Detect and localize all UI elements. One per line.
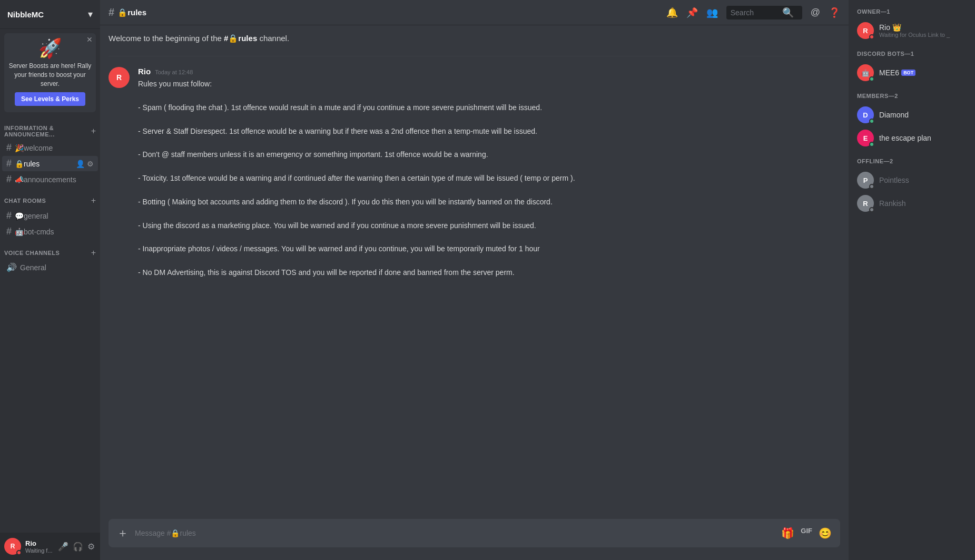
channel-welcome-label: 🎉welcome	[15, 144, 94, 152]
message-header-rio: Rio Today at 12:48	[138, 67, 840, 76]
channel-sidebar: NibbleMC ▾ ✕ 🚀 Server Boosts are here! R…	[0, 0, 100, 560]
rule-1: - Spam ( flooding the chat ). 1st offenc…	[138, 102, 840, 113]
channel-welcome-text: Welcome to the beginning of the #🔒rules …	[109, 34, 840, 43]
emoji-icon[interactable]: 😊	[819, 527, 832, 539]
main-content: # 🔒rules 🔔 📌 👥 🔍 @ ❓ Welcome to the begi…	[100, 0, 849, 560]
help-icon[interactable]: ❓	[829, 7, 840, 18]
chevron-down-icon: ▾	[88, 8, 93, 20]
server-name: NibbleMC	[7, 10, 44, 19]
message-input-box: ＋ 🎁 GIF 😊	[109, 519, 840, 547]
rule-3: - Don't @ staff members unless it is an …	[138, 149, 840, 160]
member-name-pointless: Pointless	[879, 176, 909, 184]
boost-banner-text: Server Boosts are here! Rally your frien…	[8, 62, 92, 88]
member-name-rio: Rio	[879, 23, 890, 32]
member-info-rankish: Rankish	[879, 199, 967, 208]
rule-7: - Inappropriate photos / videos / messag…	[138, 243, 840, 254]
search-box[interactable]: 🔍	[726, 6, 802, 19]
member-sidebar: OWNER—1 R Rio 👑 Waiting for Oculus Link …	[849, 0, 975, 560]
topbar-channel-name: # 🔒rules	[109, 6, 146, 18]
server-header[interactable]: NibbleMC ▾	[0, 0, 100, 29]
bot-badge: BOT	[901, 70, 915, 76]
category-chat-rooms[interactable]: CHAT ROOMS +	[0, 188, 100, 208]
channel-bot-cmds-label: 🤖bot-cmds	[15, 228, 94, 236]
hash-icon: #	[6, 174, 12, 185]
channel-announcements-label: 📣announcements	[15, 175, 94, 184]
member-status-rio	[869, 34, 874, 40]
members-icon[interactable]: 👥	[706, 7, 718, 18]
user-info: Rio Waiting f...	[25, 539, 53, 554]
member-status-text-rio: Waiting for Oculus Link to _	[879, 32, 963, 38]
channel-general-label: 💬general	[15, 212, 94, 220]
microphone-icon[interactable]: 🎤	[57, 541, 70, 553]
hash-icon: #	[6, 226, 12, 237]
username-label: Rio	[25, 539, 53, 547]
member-info-mee6: MEE6 BOT	[879, 68, 967, 77]
message-content-rio: Rio Today at 12:48 Rules you must follow…	[138, 67, 840, 279]
messages-area: Welcome to the beginning of the #🔒rules …	[100, 25, 849, 519]
member-avatar-escape-plan: E	[857, 130, 874, 146]
member-section-bots: DISCORD BOTS—1	[853, 42, 971, 59]
member-rio[interactable]: R Rio 👑 Waiting for Oculus Link to _	[853, 19, 971, 42]
category-voice-label: VOICE CHANNELS	[4, 250, 60, 256]
channel-welcome-header: Welcome to the beginning of the #🔒rules …	[109, 25, 840, 56]
member-status-escape-plan	[869, 142, 874, 147]
pin-icon[interactable]: 📌	[686, 7, 698, 18]
member-status-rankish	[869, 207, 874, 212]
add-file-icon[interactable]: ＋	[117, 519, 129, 547]
voice-channel-label: General	[20, 263, 46, 272]
speaker-icon: 🔊	[6, 262, 17, 272]
member-diamond[interactable]: D Diamond	[853, 103, 971, 126]
member-status-mee6	[869, 76, 874, 82]
message-author-rio: Rio	[138, 67, 151, 76]
voice-channel-general[interactable]: 🔊 General	[2, 260, 98, 274]
headphones-icon[interactable]: 🎧	[72, 541, 84, 553]
member-name-diamond: Diamond	[879, 111, 909, 119]
channel-action-icons: 👤 ⚙	[76, 160, 94, 168]
category-chat-rooms-label: CHAT ROOMS	[4, 198, 46, 204]
channel-bot-cmds[interactable]: # 🤖bot-cmds	[2, 224, 98, 239]
boost-icon: 🚀	[8, 37, 92, 60]
user-status-dot	[16, 550, 22, 555]
rule-2: - Server & Staff Disrespect. 1st offence…	[138, 125, 840, 137]
member-info-pointless: Pointless	[879, 176, 967, 184]
gif-icon[interactable]: GIF	[801, 527, 812, 539]
settings-icon[interactable]: ⚙	[87, 160, 94, 168]
member-name-rankish: Rankish	[879, 199, 906, 208]
gift-icon[interactable]: 🎁	[781, 527, 794, 539]
message-input-area: ＋ 🎁 GIF 😊	[100, 519, 849, 560]
member-mee6[interactable]: 🤖 MEE6 BOT	[853, 61, 971, 84]
add-channel-chat-icon[interactable]: +	[91, 196, 96, 205]
member-section-offline: OFFLINE—2	[853, 150, 971, 166]
hash-icon: #	[6, 210, 12, 221]
member-escape-plan[interactable]: E the escape plan	[853, 126, 971, 150]
message-input[interactable]	[135, 523, 775, 544]
channel-welcome[interactable]: # 🎉welcome	[2, 140, 98, 155]
member-section-online: MEMBERS—2	[853, 84, 971, 101]
add-channel-icon[interactable]: +	[91, 126, 96, 136]
channel-general[interactable]: # 💬general	[2, 208, 98, 223]
settings-icon[interactable]: ⚙	[86, 541, 96, 553]
search-input[interactable]	[731, 8, 778, 17]
topbar-icons: 🔔 📌 👥 🔍 @ ❓	[666, 6, 840, 19]
category-information-label: INFORMATION & ANNOUNCEME...	[4, 125, 91, 137]
member-rankish[interactable]: R Rankish	[853, 192, 971, 215]
search-icon: 🔍	[782, 7, 794, 18]
at-icon[interactable]: @	[811, 7, 820, 18]
message-timestamp-rio: Today at 12:48	[155, 69, 193, 75]
close-icon[interactable]: ✕	[86, 35, 93, 44]
member-info-diamond: Diamond	[879, 111, 967, 119]
member-info-rio: Rio 👑 Waiting for Oculus Link to _	[879, 23, 967, 38]
notification-bell-icon[interactable]: 🔔	[666, 7, 678, 18]
message-avatar-rio: R	[109, 67, 130, 88]
channel-rules[interactable]: # 🔒rules 👤 ⚙	[2, 156, 98, 171]
member-avatar-diamond: D	[857, 106, 874, 123]
see-levels-perks-button[interactable]: See Levels & Perks	[15, 92, 85, 106]
channel-announcements[interactable]: # 📣announcements	[2, 172, 98, 187]
member-pointless[interactable]: P Pointless	[853, 169, 971, 192]
category-information[interactable]: INFORMATION & ANNOUNCEME... +	[0, 116, 100, 140]
add-member-icon[interactable]: 👤	[76, 160, 85, 168]
rule-4: - Toxicity. 1st offence would be a warni…	[138, 172, 840, 184]
hash-icon: #	[6, 142, 12, 153]
add-voice-channel-icon[interactable]: +	[91, 248, 96, 258]
category-voice[interactable]: VOICE CHANNELS +	[0, 240, 100, 260]
